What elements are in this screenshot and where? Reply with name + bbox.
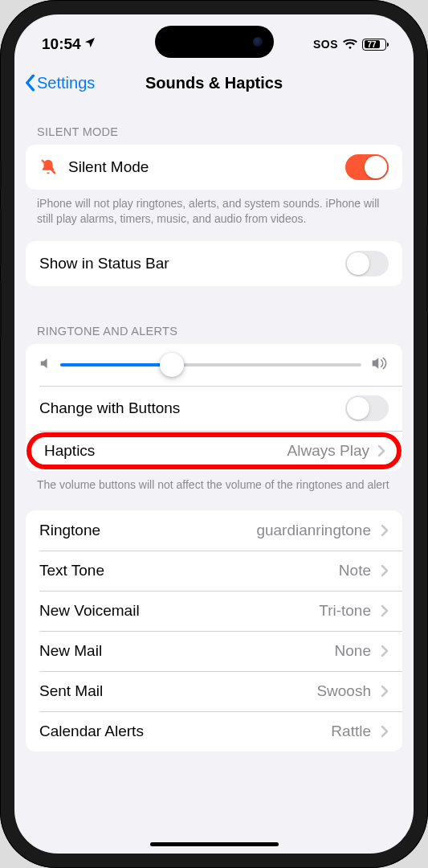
page-title: Sounds & Haptics: [145, 74, 283, 92]
dynamic-island: [155, 26, 274, 58]
side-button: [0, 161, 2, 189]
status-bar-group: Show in Status Bar: [26, 241, 402, 286]
ringtone-label: Ringtone: [39, 522, 247, 539]
silent-mode-row[interactable]: Silent Mode: [26, 145, 402, 190]
ringtone-alerts-group: Change with Buttons Haptics Always Play: [26, 344, 402, 471]
sound-list-group: Ringtone guardianringtone Text Tone Note…: [26, 510, 402, 751]
new-voicemail-row[interactable]: New Voicemail Tri-tone: [26, 591, 402, 631]
calendar-alerts-label: Calendar Alerts: [39, 723, 321, 740]
screen: 10:54 SOS 77 Settings Sounds & H: [14, 14, 414, 854]
chevron-right-icon: [381, 524, 389, 537]
clock: 10:54: [42, 35, 81, 53]
volume-down-button: [0, 281, 2, 338]
location-icon: [84, 36, 96, 52]
show-status-bar-row[interactable]: Show in Status Bar: [26, 241, 402, 286]
sent-mail-value: Swoosh: [316, 682, 371, 700]
ringtone-value: guardianringtone: [256, 522, 371, 539]
home-indicator[interactable]: [150, 842, 279, 846]
silent-mode-footer: iPhone will not play ringtones, alerts, …: [14, 190, 414, 227]
show-status-bar-label: Show in Status Bar: [39, 255, 336, 272]
nav-bar: Settings Sounds & Haptics: [14, 63, 414, 103]
wifi-icon: [343, 35, 357, 53]
chevron-right-icon: [381, 725, 389, 738]
section-header-ringtone: RINGTONE AND ALERTS: [14, 286, 414, 344]
chevron-right-icon: [381, 685, 389, 698]
bell-slash-icon: [39, 158, 59, 176]
text-tone-value: Note: [339, 562, 371, 579]
silent-mode-label: Silent Mode: [68, 158, 336, 176]
content[interactable]: SILENT MODE Silent Mode iPhone will not …: [14, 103, 414, 854]
speaker-high-icon: [371, 355, 389, 375]
sent-mail-row[interactable]: Sent Mail Swoosh: [26, 671, 402, 711]
new-voicemail-label: New Voicemail: [39, 602, 309, 620]
haptics-row[interactable]: Haptics Always Play: [26, 431, 402, 471]
new-voicemail-value: Tri-tone: [319, 602, 371, 620]
new-mail-row[interactable]: New Mail None: [26, 631, 402, 671]
change-with-buttons-toggle[interactable]: [345, 395, 389, 421]
haptics-value: Always Play: [287, 442, 369, 460]
ringtone-footer: The volume buttons will not affect the v…: [14, 471, 414, 493]
volume-slider[interactable]: [60, 363, 361, 366]
phone-frame: 10:54 SOS 77 Settings Sounds & H: [0, 0, 428, 868]
battery-icon: 77: [362, 39, 386, 51]
chevron-right-icon: [381, 564, 389, 577]
volume-up-button: [0, 209, 2, 265]
change-with-buttons-label: Change with Buttons: [39, 399, 336, 417]
ringtone-row[interactable]: Ringtone guardianringtone: [26, 510, 402, 551]
text-tone-row[interactable]: Text Tone Note: [26, 551, 402, 591]
chevron-right-icon: [381, 645, 389, 657]
silent-mode-toggle[interactable]: [345, 154, 389, 180]
back-label: Settings: [37, 74, 95, 92]
change-with-buttons-row[interactable]: Change with Buttons: [26, 386, 402, 431]
text-tone-label: Text Tone: [39, 562, 329, 579]
back-button[interactable]: Settings: [24, 74, 95, 92]
sent-mail-label: Sent Mail: [39, 682, 307, 700]
calendar-alerts-row[interactable]: Calendar Alerts Rattle: [26, 711, 402, 751]
sos-indicator: SOS: [313, 38, 338, 51]
new-mail-label: New Mail: [39, 642, 325, 660]
section-header-silent: SILENT MODE: [14, 103, 414, 145]
speaker-low-icon: [39, 357, 51, 373]
volume-slider-row[interactable]: [26, 344, 402, 386]
battery-level: 77: [368, 40, 377, 49]
show-status-bar-toggle[interactable]: [345, 251, 389, 276]
chevron-right-icon: [369, 444, 390, 457]
calendar-alerts-value: Rattle: [331, 723, 371, 740]
new-mail-value: None: [335, 642, 371, 660]
chevron-right-icon: [381, 604, 389, 617]
silent-mode-group: Silent Mode: [26, 145, 402, 190]
haptics-label: Haptics: [38, 442, 287, 460]
slider-thumb[interactable]: [160, 353, 184, 377]
